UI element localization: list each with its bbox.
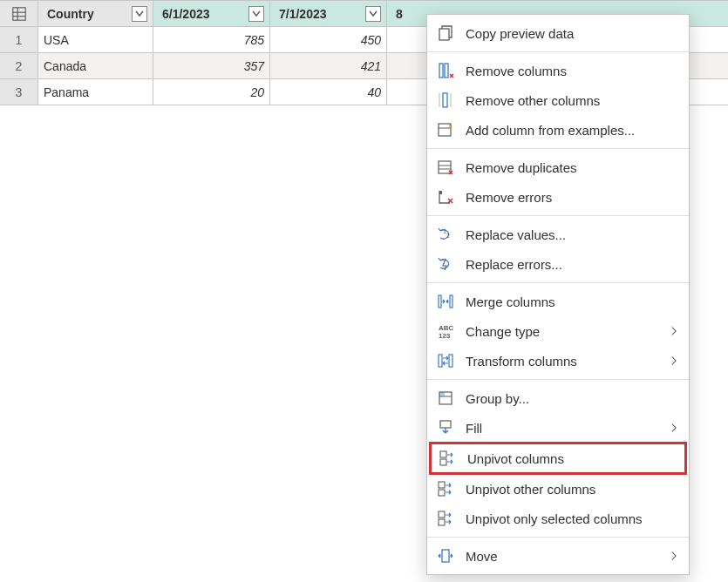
chevron-right-icon [670,354,678,369]
menu-unpivot-other-columns[interactable]: Unpivot other columns [427,474,689,504]
menu-separator [427,148,689,149]
menu-transform-columns[interactable]: Transform columns [427,346,689,376]
menu-add-column-from-examples[interactable]: Add column from examples... [427,115,689,145]
menu-remove-columns[interactable]: Remove columns [427,56,689,85]
menu-move[interactable]: Move [427,541,689,571]
row-number[interactable]: 2 [0,53,38,79]
merge-columns-icon [436,292,455,311]
cell-c1[interactable]: 20 [153,79,270,105]
replace-values-icon [436,225,455,244]
move-icon [436,546,455,565]
unpivot-icon [438,449,457,468]
filter-dropdown[interactable] [248,6,264,22]
filter-dropdown[interactable] [132,6,147,22]
group-by-icon [436,389,455,408]
cell-c2[interactable]: 40 [270,79,387,105]
column-label: 6/1/2023 [162,7,245,21]
menu-change-type[interactable]: Change type [427,316,689,346]
menu-remove-duplicates[interactable]: Remove duplicates [427,152,689,182]
cell-c2[interactable]: 450 [270,27,387,53]
menu-remove-errors[interactable]: Remove errors [427,182,689,212]
remove-duplicates-icon [436,158,455,177]
menu-group-by[interactable]: Group by... [427,383,689,413]
cell-country[interactable]: Panama [38,79,153,105]
menu-separator [427,379,689,380]
menu-replace-errors[interactable]: Replace errors... [427,249,689,279]
cell-country[interactable]: Canada [38,53,153,79]
menu-fill[interactable]: Fill [427,413,689,443]
unpivot-icon [436,479,455,498]
menu-unpivot-columns[interactable]: Unpivot columns [429,442,687,475]
change-type-icon [436,321,455,341]
select-all-corner[interactable] [0,1,38,27]
menu-merge-columns[interactable]: Merge columns [427,287,689,316]
column-label: Country [47,7,128,21]
menu-separator [427,215,689,216]
cell-c1[interactable]: 785 [153,27,270,53]
cell-c1[interactable]: 357 [153,53,270,79]
copy-icon [436,24,455,43]
menu-unpivot-selected-columns[interactable]: Unpivot only selected columns [427,504,689,533]
fill-icon [436,418,455,437]
row-number[interactable]: 1 [0,27,38,53]
menu-separator [427,282,689,283]
transform-columns-icon [436,351,455,370]
column-label: 7/1/2023 [279,7,362,21]
menu-separator [427,51,689,52]
remove-other-columns-icon [436,91,455,110]
chevron-right-icon [670,549,678,564]
remove-errors-icon [436,187,455,206]
table-icon [11,6,27,22]
chevron-right-icon [670,421,678,436]
column-context-menu: Copy preview data Remove columns Remove … [426,14,690,575]
add-column-icon [436,120,455,139]
menu-replace-values[interactable]: Replace values... [427,220,689,249]
chevron-right-icon [670,324,678,339]
cell-country[interactable]: USA [38,27,153,53]
column-header-c1[interactable]: 6/1/2023 [153,1,270,27]
row-number[interactable]: 3 [0,79,38,105]
column-header-country[interactable]: Country [38,1,153,27]
menu-copy-preview[interactable]: Copy preview data [427,18,689,48]
menu-separator [427,537,689,538]
column-header-c2[interactable]: 7/1/2023 [270,1,387,27]
cell-c2[interactable]: 421 [270,53,387,79]
unpivot-icon [436,509,455,528]
replace-errors-icon [436,254,455,274]
filter-dropdown[interactable] [365,6,381,22]
menu-remove-other-columns[interactable]: Remove other columns [427,85,689,115]
remove-columns-icon [436,61,455,80]
